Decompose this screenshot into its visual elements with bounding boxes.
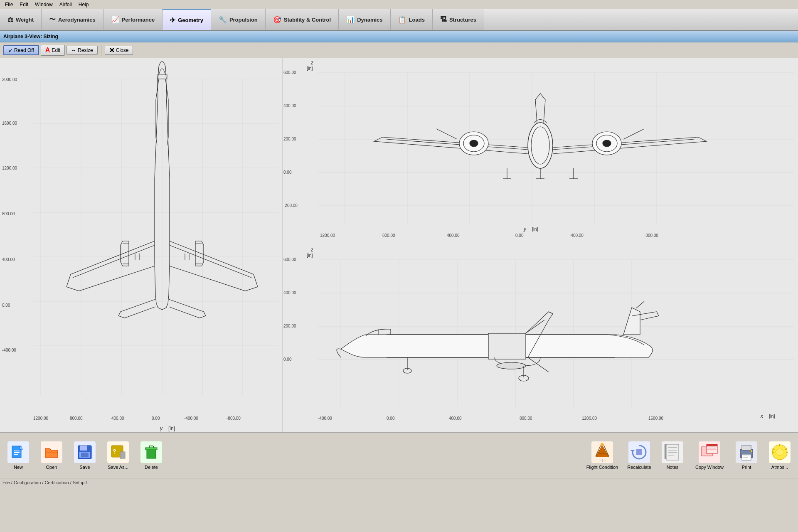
delete-icon bbox=[143, 444, 159, 460]
svg-rect-118 bbox=[145, 448, 157, 450]
viewport-title: Airplane 3-View: Sizing bbox=[3, 34, 58, 39]
svg-text:-800.00: -800.00 bbox=[227, 416, 241, 421]
svg-text:[in]: [in] bbox=[168, 426, 175, 431]
svg-text:1600.00: 1600.00 bbox=[2, 121, 17, 126]
copywindow-button[interactable]: Copy Window bbox=[691, 437, 728, 474]
svg-text:800.00: 800.00 bbox=[70, 416, 83, 421]
main-drawing-area: 2000.00 1600.00 1200.00 800.00 400.00 0.… bbox=[0, 58, 798, 432]
svg-text:0.00: 0.00 bbox=[2, 303, 10, 308]
svg-rect-126 bbox=[636, 449, 642, 455]
svg-text:-400.00: -400.00 bbox=[569, 233, 584, 238]
svg-text:400.00: 400.00 bbox=[283, 103, 296, 108]
svg-text:-200.00: -200.00 bbox=[283, 203, 298, 208]
loads-icon: 📋 bbox=[398, 16, 406, 24]
svg-point-65 bbox=[603, 140, 611, 147]
svg-text:1200.00: 1200.00 bbox=[582, 416, 597, 421]
tab-structures[interactable]: 🏗 Structures bbox=[433, 9, 484, 30]
structures-icon: 🏗 bbox=[440, 16, 447, 23]
svg-text:z: z bbox=[310, 60, 314, 66]
svg-text:200.00: 200.00 bbox=[283, 137, 296, 141]
menu-edit[interactable]: Edit bbox=[16, 1, 32, 8]
flightcondition-icon bbox=[591, 441, 613, 463]
flightcondition-button[interactable]: Flight Condition bbox=[584, 437, 621, 474]
atmos-button[interactable]: Atmos... bbox=[765, 437, 795, 474]
top-view-panel: 2000.00 1600.00 1200.00 800.00 400.00 0.… bbox=[0, 58, 283, 432]
tab-aerodynamics[interactable]: 〜 Aerodynamics bbox=[42, 9, 103, 30]
dynamics-icon: 📊 bbox=[346, 16, 355, 24]
svg-text:z: z bbox=[310, 247, 314, 253]
save-button[interactable]: Save bbox=[70, 437, 100, 474]
svg-text:1200.00: 1200.00 bbox=[33, 416, 49, 421]
menu-help[interactable]: Help bbox=[75, 1, 92, 8]
delete-button[interactable]: Delete bbox=[136, 437, 166, 474]
svg-point-143 bbox=[751, 450, 752, 452]
notes-button[interactable]: Notes bbox=[658, 437, 687, 474]
menubar: File Edit Window Airfoil Help bbox=[0, 0, 798, 9]
svg-line-104 bbox=[636, 301, 644, 308]
tab-path: File / Configuration / Certification / S… bbox=[2, 480, 87, 485]
svg-line-72 bbox=[436, 129, 457, 139]
menu-airfoil[interactable]: Airfoil bbox=[56, 1, 75, 8]
svg-text:1200.00: 1200.00 bbox=[2, 166, 17, 170]
recalculate-button[interactable]: Recalculate bbox=[624, 437, 654, 474]
svg-text:400.00: 400.00 bbox=[449, 416, 462, 421]
svg-text:200.00: 200.00 bbox=[283, 324, 296, 328]
resize-button[interactable]: ↔ Resize bbox=[66, 46, 98, 55]
tab-geometry[interactable]: ✈ Geometry bbox=[163, 9, 211, 30]
svg-text:0.00: 0.00 bbox=[283, 170, 292, 175]
svg-rect-140 bbox=[742, 454, 751, 460]
edit-button[interactable]: A Edit bbox=[41, 45, 65, 56]
svg-text:800.00: 800.00 bbox=[2, 212, 15, 216]
tab-dynamics[interactable]: 📊 Dynamics bbox=[339, 9, 390, 30]
edit-icon: A bbox=[45, 47, 50, 54]
right-panels: 600.00 400.00 200.00 0.00 -200.00 z [in]… bbox=[283, 58, 798, 432]
nav-tabs: ⚖ Weight 〜 Aerodynamics 📈 Performance ✈ … bbox=[0, 9, 798, 31]
svg-text:400.00: 400.00 bbox=[447, 233, 460, 238]
close-button[interactable]: 🗙 Close bbox=[105, 46, 133, 55]
readoff-icon: ↙ bbox=[8, 47, 12, 53]
tab-propulsion[interactable]: 🔧 Propulsion bbox=[211, 9, 266, 30]
svg-text:[in]: [in] bbox=[769, 414, 775, 419]
svg-text:-400.00: -400.00 bbox=[184, 416, 198, 421]
menu-file[interactable]: File bbox=[2, 1, 16, 8]
open-icon bbox=[44, 444, 59, 460]
front-view-svg: 600.00 400.00 200.00 0.00 -200.00 z [in]… bbox=[283, 58, 798, 245]
toolbar: ↙ Read Off A Edit ↔ Resize 🗙 Close bbox=[0, 42, 798, 58]
svg-text:2000.00: 2000.00 bbox=[2, 77, 17, 82]
tab-stability[interactable]: 🎯 Stability & Control bbox=[266, 9, 339, 30]
new-icon bbox=[10, 444, 26, 460]
svg-text:0.00: 0.00 bbox=[283, 357, 292, 362]
tab-performance[interactable]: 📈 Performance bbox=[103, 9, 163, 30]
saveas-button[interactable]: ? Save As... bbox=[103, 437, 133, 474]
tab-weight[interactable]: ⚖ Weight bbox=[0, 9, 42, 30]
svg-rect-113 bbox=[81, 453, 89, 457]
aero-icon: 〜 bbox=[49, 15, 56, 24]
svg-point-99 bbox=[497, 362, 526, 369]
svg-rect-127 bbox=[666, 444, 679, 460]
svg-rect-111 bbox=[80, 446, 87, 451]
menu-window[interactable]: Window bbox=[32, 1, 56, 8]
svg-text:400.00: 400.00 bbox=[2, 257, 15, 262]
svg-point-58 bbox=[528, 123, 553, 168]
statusbar: New Open Save ? bbox=[0, 432, 798, 478]
svg-text:?: ? bbox=[113, 448, 116, 455]
new-button[interactable]: New bbox=[3, 437, 33, 474]
copywindow-icon bbox=[701, 443, 718, 461]
toolbar-separator bbox=[101, 44, 101, 56]
svg-text:[in]: [in] bbox=[532, 227, 538, 232]
geometry-icon: ✈ bbox=[170, 16, 175, 24]
open-button[interactable]: Open bbox=[37, 437, 66, 474]
print-button[interactable]: Print bbox=[732, 437, 761, 474]
svg-text:-400.00: -400.00 bbox=[318, 416, 332, 421]
svg-rect-139 bbox=[742, 445, 751, 450]
svg-point-122 bbox=[601, 443, 604, 446]
svg-text:400.00: 400.00 bbox=[111, 416, 124, 421]
svg-text:[in]: [in] bbox=[307, 253, 313, 258]
close-icon: 🗙 bbox=[109, 47, 114, 53]
tab-loads[interactable]: 📋 Loads bbox=[391, 9, 433, 30]
svg-text:800.00: 800.00 bbox=[520, 416, 532, 421]
svg-text:y: y bbox=[523, 226, 527, 232]
readoff-button[interactable]: ↙ Read Off bbox=[3, 45, 39, 55]
svg-text:-800.00: -800.00 bbox=[644, 233, 658, 238]
svg-point-62 bbox=[470, 140, 478, 147]
